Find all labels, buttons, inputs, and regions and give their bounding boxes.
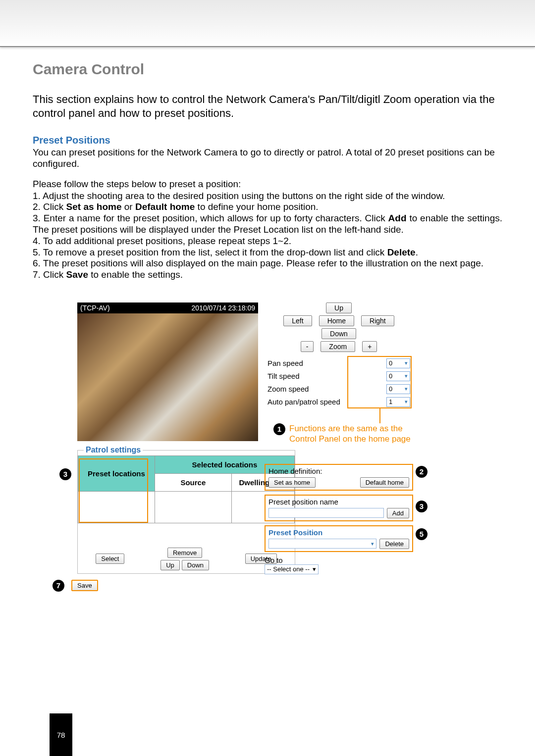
- preset-name-box: Preset position name Add: [265, 495, 413, 521]
- step-2: 2. Click Set as home or Default home to …: [33, 202, 502, 213]
- step-7: 7. Click Save to enable the settings.: [33, 269, 502, 281]
- goto-select-value: -- Select one --: [267, 565, 310, 573]
- up-button[interactable]: Up: [326, 302, 352, 313]
- zoom-in-button[interactable]: +: [362, 341, 377, 352]
- t: 7. Click: [33, 269, 66, 280]
- callout-1-note: Functions are the same as the Control Pa…: [289, 423, 418, 445]
- v: 0: [389, 372, 392, 380]
- t: Default home: [135, 202, 195, 212]
- callout-7: 7: [53, 580, 64, 592]
- home-button[interactable]: Home: [319, 315, 354, 326]
- pan-speed-label: Pan speed: [268, 359, 303, 367]
- t: Set as home: [66, 202, 122, 212]
- t: Add: [388, 213, 407, 223]
- patrol-settings-fieldset: Patrol settings Preset locations Selecte…: [77, 450, 295, 574]
- step-4: 4. To add additional preset positions, p…: [33, 236, 502, 247]
- preset-position-label: Preset Position: [268, 528, 409, 537]
- illustration: (TCP-AV) 2010/07/14 23:18:09 Up Left Hom…: [33, 302, 502, 605]
- zoom-out-button[interactable]: -: [301, 341, 314, 352]
- callout-3-right: 3: [416, 501, 428, 512]
- preset-paragraph: You can preset positions for the Network…: [33, 147, 502, 170]
- preset-name-label: Preset position name: [268, 498, 409, 506]
- callout-1: 1: [273, 423, 285, 435]
- goto-label: Go to: [265, 556, 413, 564]
- remove-button[interactable]: Remove: [167, 548, 202, 558]
- t: Delete: [387, 247, 416, 257]
- zoom-speed-select[interactable]: 0▾: [386, 384, 410, 394]
- chevron-down-icon: ▾: [405, 399, 408, 405]
- tilt-speed-select[interactable]: 0▾: [386, 371, 410, 381]
- chevron-down-icon: ▾: [405, 360, 408, 366]
- left-button[interactable]: Left: [283, 315, 312, 326]
- step-3: 3. Enter a name for the preset position,…: [33, 213, 502, 236]
- t: 2. Click: [33, 202, 66, 212]
- delete-button[interactable]: Delete: [379, 539, 409, 549]
- t: Save: [66, 269, 88, 280]
- t: 3. Enter a name for the preset position,…: [33, 213, 388, 223]
- step-6: 6. The preset positions will also displa…: [33, 258, 502, 269]
- save-button[interactable]: Save: [71, 580, 98, 591]
- t: or: [122, 202, 135, 212]
- intro-paragraph: This section explains how to control the…: [33, 93, 502, 120]
- v: 0: [389, 385, 392, 393]
- video-preview: (TCP-AV) 2010/07/14 23:18:09: [77, 302, 258, 441]
- header-gradient: [0, 0, 535, 47]
- th-source: Source: [155, 473, 231, 491]
- ptz-control-panel: Up Left Home Right Down - Zoom + Pan spe…: [265, 302, 413, 408]
- t: to enable the settings.: [88, 269, 183, 280]
- move-down-button[interactable]: Down: [182, 560, 209, 570]
- select-button[interactable]: Select: [96, 554, 124, 564]
- t: 5. To remove a preset position from the …: [33, 247, 387, 257]
- chevron-down-icon: ▾: [405, 373, 408, 379]
- pan-speed-select[interactable]: 0▾: [386, 358, 410, 368]
- page-number-tab: 78: [50, 713, 72, 756]
- goto-select[interactable]: -- Select one -- ▾: [265, 564, 319, 574]
- add-button[interactable]: Add: [387, 508, 409, 518]
- preset-position-box: Preset Position ▾ Delete: [265, 525, 413, 552]
- home-def-label: Home definition:: [268, 467, 409, 475]
- callout-2: 2: [416, 466, 428, 478]
- auto-speed-label: Auto pan/patrol speed: [268, 398, 340, 406]
- preset-name-input[interactable]: [268, 508, 384, 518]
- step-1: 1. Adjust the shooting area to the desir…: [33, 191, 502, 202]
- zoom-label: Zoom: [321, 341, 355, 352]
- auto-speed-select[interactable]: 1▾: [386, 397, 410, 407]
- cell-source[interactable]: [155, 491, 231, 523]
- video-codec: (TCP-AV): [80, 304, 110, 312]
- callout-3-left: 3: [59, 468, 71, 480]
- patrol-legend: Patrol settings: [84, 446, 143, 454]
- callout-5: 5: [416, 528, 428, 540]
- page-title: Camera Control: [33, 61, 502, 78]
- page-number: 78: [57, 731, 65, 739]
- t: .: [416, 247, 418, 257]
- patrol-buttons: Select Remove Up Down Update: [78, 548, 295, 570]
- home-definition-box: Home definition: Set as home Default hom…: [265, 464, 413, 491]
- move-up-button[interactable]: Up: [160, 560, 180, 570]
- patrol-table: Preset locations Selected locations Sour…: [78, 455, 295, 523]
- preset-position-select[interactable]: ▾: [268, 539, 376, 549]
- zoom-speed-label: Zoom speed: [268, 385, 309, 393]
- right-column: Home definition: Set as home Default hom…: [265, 464, 413, 574]
- steps-list: 1. Adjust the shooting area to the desir…: [33, 191, 502, 281]
- chevron-down-icon: ▾: [371, 541, 374, 547]
- video-timestamp: 2010/07/14 23:18:09: [192, 304, 255, 312]
- save-row: 7 Save: [53, 580, 98, 592]
- set-as-home-button[interactable]: Set as home: [268, 477, 316, 488]
- video-image: [77, 313, 258, 441]
- v: 1: [389, 398, 392, 405]
- step-5: 5. To remove a preset position from the …: [33, 247, 502, 258]
- v: 0: [389, 359, 392, 367]
- th-preset-locations: Preset locations: [78, 455, 155, 491]
- default-home-button[interactable]: Default home: [360, 477, 409, 488]
- cell-preset-list[interactable]: [78, 491, 155, 523]
- steps-intro: Please follow the steps below to preset …: [33, 179, 502, 190]
- video-overlay: (TCP-AV) 2010/07/14 23:18:09: [77, 302, 258, 313]
- preset-heading: Preset Positions: [33, 135, 502, 146]
- page-content: Camera Control This section explains how…: [0, 47, 535, 605]
- right-button[interactable]: Right: [361, 315, 394, 326]
- down-button[interactable]: Down: [321, 328, 356, 339]
- chevron-down-icon: ▾: [405, 386, 408, 392]
- connector-line: [379, 408, 380, 423]
- t: to define your home position.: [195, 202, 318, 212]
- goto-section: Go to -- Select one -- ▾: [265, 556, 413, 574]
